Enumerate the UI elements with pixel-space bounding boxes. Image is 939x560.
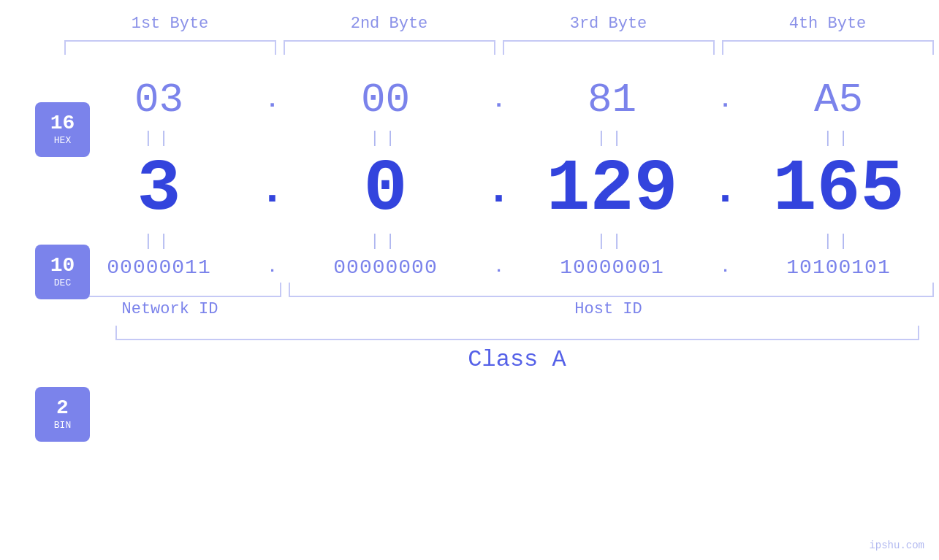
dec-dot-1: .: [258, 165, 287, 215]
bin-dot-2: .: [484, 258, 514, 277]
equals-6: ||: [287, 232, 484, 250]
id-labels: Network ID Host ID: [61, 300, 938, 318]
hex-byte-3: 81: [514, 77, 711, 123]
equals-dot-5: [484, 232, 514, 250]
col-header-1: 1st Byte: [61, 15, 280, 33]
equals-8: ||: [740, 232, 938, 250]
equals-3: ||: [514, 129, 711, 147]
network-id-label: Network ID: [61, 300, 280, 318]
bin-dot-3: .: [711, 258, 740, 277]
hex-byte-4: A5: [740, 77, 938, 123]
badge-bin: 2 BIN: [35, 387, 90, 442]
hex-dot-1: .: [258, 87, 287, 114]
hex-byte-1: 03: [61, 77, 258, 123]
equals-dot-3: [711, 129, 740, 147]
top-brackets: [61, 40, 938, 55]
badge-bin-num: 2: [56, 398, 69, 418]
equals-dot-4: [258, 232, 287, 250]
col-header-4: 4th Byte: [718, 15, 938, 33]
col-header-2: 2nd Byte: [280, 15, 499, 33]
main-grid: 03 . 00 . 81 . A5 || || || || 3 . 0 . 12…: [61, 40, 938, 279]
main-container: 16 HEX 10 DEC 2 BIN 1st Byte 2nd Byte 3r…: [0, 0, 939, 560]
hex-dot-3: .: [711, 87, 740, 114]
badge-dec-label: DEC: [54, 277, 71, 288]
dec-byte-1: 3: [61, 153, 258, 226]
bin-byte-4: 10100101: [740, 256, 938, 279]
hex-row: 03 . 00 . 81 . A5: [61, 77, 938, 123]
dec-dot-2: .: [484, 165, 514, 215]
dec-row: 3 . 0 . 129 . 165: [61, 153, 938, 226]
dec-byte-4: 165: [740, 153, 938, 226]
dec-byte-2: 0: [287, 153, 484, 226]
dec-dot-3: .: [711, 165, 740, 215]
equals-2: ||: [287, 129, 484, 147]
class-label: Class A: [115, 346, 919, 373]
class-bracket-line: [115, 326, 919, 340]
bottom-section: Network ID Host ID: [61, 283, 938, 318]
equals-5: ||: [61, 232, 258, 250]
bracket-host: [289, 283, 934, 297]
equals-dot-2: [484, 129, 514, 147]
top-bracket-1: [64, 40, 276, 55]
class-section: Class A: [115, 326, 919, 373]
equals-dot-6: [711, 232, 740, 250]
col-header-3: 3rd Byte: [499, 15, 718, 33]
bottom-brackets: [61, 283, 938, 297]
badge-bin-label: BIN: [54, 420, 71, 431]
bin-row: 00000011 . 00000000 . 10000001 . 1010010…: [61, 256, 938, 279]
equals-7: ||: [514, 232, 711, 250]
hex-dot-2: .: [484, 87, 514, 114]
top-bracket-2: [284, 40, 495, 55]
top-bracket-3: [503, 40, 715, 55]
bin-dot-1: .: [258, 258, 287, 277]
hex-byte-2: 00: [287, 77, 484, 123]
top-bracket-4: [722, 40, 934, 55]
equals-1: ||: [61, 129, 258, 147]
bracket-network: [64, 283, 281, 297]
dec-byte-3: 129: [514, 153, 711, 226]
bin-byte-1: 00000011: [61, 256, 258, 279]
host-id-label: Host ID: [280, 300, 938, 318]
bin-byte-2: 00000000: [287, 256, 484, 279]
equals-dot-1: [258, 129, 287, 147]
watermark: ipshu.com: [869, 540, 924, 551]
column-headers: 1st Byte 2nd Byte 3rd Byte 4th Byte: [61, 15, 938, 33]
equals-row-2: || || || ||: [61, 226, 938, 256]
equals-4: ||: [740, 129, 938, 147]
bin-byte-3: 10000001: [514, 256, 711, 279]
